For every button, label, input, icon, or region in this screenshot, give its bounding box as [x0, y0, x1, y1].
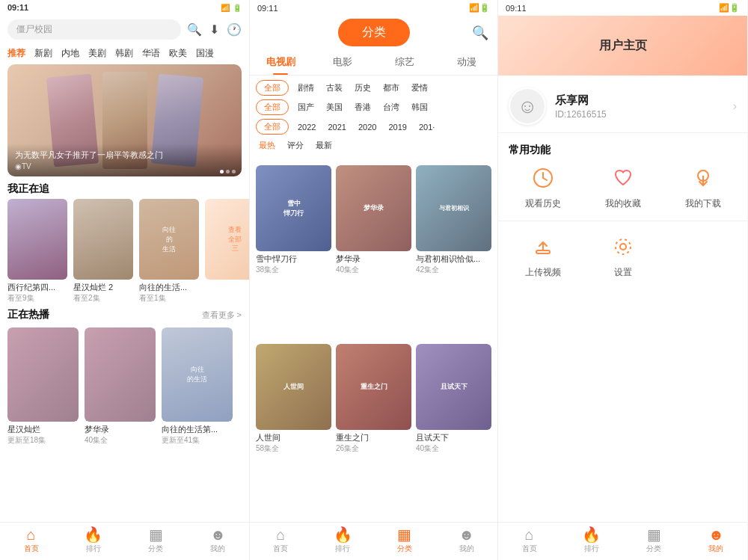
user-page-title: 用户主页 [599, 38, 647, 54]
cat-search-icon[interactable]: 🔍 [472, 25, 488, 41]
home-nav-cat[interactable]: ▦ 分类 [125, 523, 187, 560]
history-icon[interactable]: 🕐 [227, 22, 242, 37]
nav-item-new[interactable]: 新剧 [34, 47, 52, 60]
user-profile[interactable]: ☺ 乐享网 ID:12616515 › [498, 76, 747, 133]
settings-function-icon [608, 232, 638, 262]
history-label: 观看历史 [525, 197, 561, 210]
nav-item-anime[interactable]: 国漫 [196, 47, 214, 60]
user-header-bg: 用户主页 [498, 16, 747, 76]
hotplay-title-3: 向往的生活第... [162, 424, 233, 435]
status-bar-user: 09:11 📶🔋 [498, 0, 747, 16]
filter-2022[interactable]: 2022 [295, 121, 319, 133]
filter-region-all[interactable]: 全部 [256, 99, 289, 115]
function-history[interactable]: 观看历史 [509, 163, 577, 210]
filter-drama[interactable]: 剧情 [295, 81, 317, 95]
filter-tw[interactable]: 台湾 [380, 100, 402, 114]
cat-content-grid: 雪中悍刀行 雪中悍刀行 38集全 梦华录 梦华录 40集全 与君初相识 与君初相… [250, 161, 497, 522]
section-hotplay-header: 正在热播 查看更多 > [0, 304, 249, 324]
filter-new[interactable]: 最新 [313, 138, 335, 153]
cat-info-5: 重生之门 26集全 [336, 430, 411, 456]
user-nav-home[interactable]: ⌂ 首页 [498, 523, 560, 560]
cat-nav-home[interactable]: ⌂ 首页 [250, 523, 312, 560]
function-settings[interactable]: 设置 [589, 232, 657, 279]
cat-nav-mine[interactable]: ☻ 我的 [435, 523, 497, 560]
cat-card-5[interactable]: 重生之门 重生之门 26集全 [336, 344, 411, 518]
function-download[interactable]: 我的下载 [669, 163, 737, 210]
function-collect[interactable]: 我的收藏 [589, 163, 657, 210]
tracking-card-1[interactable]: 西行纪第四... 看至9集 [7, 199, 67, 304]
user-name: 乐享网 [555, 93, 724, 108]
home-nav: 推荐 新剧 内地 美剧 韩剧 华语 欧美 国漫 [0, 44, 249, 64]
filter-old[interactable]: 201· [416, 121, 438, 133]
nav-item-europe[interactable]: 欧美 [169, 47, 187, 60]
hotplay-more[interactable]: 查看更多 > [202, 310, 242, 321]
cat-home-icon: ⌂ [276, 527, 285, 542]
cat-info-6: 且试天下 40集全 [416, 430, 491, 456]
search-action-icons: 🔍 ⬇ 🕐 [187, 22, 242, 37]
cat-card-4[interactable]: 人世间 人世间 58集全 [256, 344, 331, 518]
cat-label: 分类 [148, 544, 163, 554]
functions-grid2: 上传视频 设置 [498, 221, 747, 286]
cat-sub-6: 40集全 [416, 443, 491, 454]
cat-card-1[interactable]: 雪中悍刀行 雪中悍刀行 38集全 [256, 165, 331, 339]
hotplay-card-3[interactable]: 向往的生活 向往的生活第... 更新至41集 [162, 327, 233, 446]
tab-tv[interactable]: 电视剧 [250, 49, 312, 75]
user-mine-icon: ☻ [708, 527, 724, 542]
user-arrow-icon: › [733, 99, 737, 113]
home-banner[interactable]: 为无数平凡女子推开了一扇平等教感之门 ◉TV [7, 64, 242, 176]
search-icon[interactable]: 🔍 [187, 22, 202, 37]
home-nav-home[interactable]: ⌂ 首页 [0, 523, 62, 560]
filter-us[interactable]: 美国 [323, 100, 346, 114]
user-nav-mine[interactable]: ☻ 我的 [685, 523, 747, 560]
dot-2 [226, 170, 230, 173]
nav-item-korea[interactable]: 韩剧 [115, 47, 133, 60]
filter-2020[interactable]: 2020 [355, 121, 379, 133]
filter-cn[interactable]: 国产 [295, 100, 317, 114]
cat-home-label: 首页 [273, 544, 288, 554]
filter-score[interactable]: 评分 [284, 138, 307, 153]
filter-2019[interactable]: 2019 [385, 121, 409, 133]
hotplay-thumb-2 [85, 327, 156, 422]
category-button[interactable]: 分类 [338, 19, 410, 46]
tab-movie[interactable]: 电影 [312, 49, 374, 75]
filter-2021[interactable]: 2021 [325, 121, 349, 133]
time-user: 09:11 [506, 4, 527, 13]
filter-history[interactable]: 历史 [352, 81, 374, 95]
nav-item-hua[interactable]: 华语 [142, 47, 160, 60]
hotplay-card-2[interactable]: 梦华录 40集全 [85, 327, 156, 446]
nav-item-recommend[interactable]: 推荐 [7, 47, 25, 60]
filter-hk[interactable]: 香港 [352, 100, 374, 114]
upload-function-icon [528, 232, 558, 262]
cat-card-2[interactable]: 梦华录 梦华录 40集全 [336, 165, 411, 339]
hotplay-card-1[interactable]: 星汉灿烂 更新至18集 [7, 327, 79, 446]
home-icon: ⌂ [27, 527, 36, 542]
tracking-sub-3: 看至1集 [139, 293, 199, 304]
tracking-card-3[interactable]: 向往的生活 向往的生活... 看至1集 [139, 199, 199, 304]
tracking-card-more[interactable]: 查看全部三 [205, 199, 249, 280]
function-upload[interactable]: 上传视频 [509, 232, 577, 279]
tab-anime[interactable]: 动漫 [435, 49, 497, 75]
filter-costume[interactable]: 古装 [323, 81, 346, 95]
cat-nav-cat[interactable]: ▦ 分类 [374, 523, 436, 560]
search-input-home[interactable]: 僵尸校园 [7, 19, 181, 40]
tracking-card-2[interactable]: 星汉灿烂 2 看至2集 [73, 199, 133, 304]
filter-city[interactable]: 都市 [380, 81, 402, 95]
user-nav-cat[interactable]: ▦ 分类 [623, 523, 685, 560]
cat-title-4: 人世间 [256, 432, 331, 443]
nav-item-mainland[interactable]: 内地 [61, 47, 79, 60]
download-icon[interactable]: ⬇ [209, 22, 219, 37]
user-nav-rank[interactable]: 🔥 排行 [560, 523, 622, 560]
home-nav-rank[interactable]: 🔥 排行 [62, 523, 124, 560]
filter-kr[interactable]: 韩国 [408, 100, 431, 114]
cat-rank-icon: 🔥 [334, 527, 352, 542]
tab-variety[interactable]: 综艺 [374, 49, 436, 75]
filter-year-all[interactable]: 全部 [256, 119, 289, 135]
nav-item-us[interactable]: 美剧 [88, 47, 106, 60]
filter-genre-all[interactable]: 全部 [256, 80, 289, 96]
cat-card-6[interactable]: 且试天下 且试天下 40集全 [416, 344, 491, 518]
home-nav-mine[interactable]: ☻ 我的 [187, 523, 249, 560]
cat-card-3[interactable]: 与君初相识 与君初相识恰似... 42集全 [416, 165, 491, 339]
filter-love[interactable]: 爱情 [408, 81, 431, 95]
cat-nav-rank[interactable]: 🔥 排行 [312, 523, 374, 560]
filter-hot[interactable]: 最热 [256, 138, 278, 153]
